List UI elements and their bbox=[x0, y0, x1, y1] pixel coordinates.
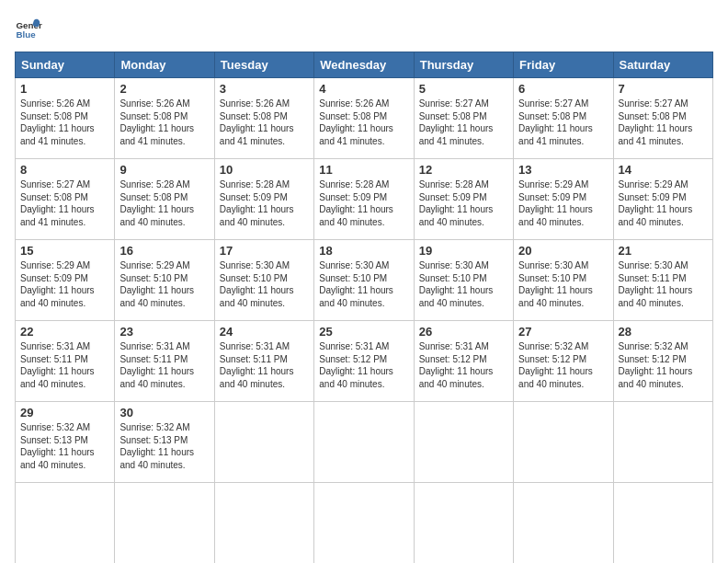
day-number: 27 bbox=[518, 325, 608, 339]
day-number: 2 bbox=[119, 82, 209, 96]
day-number: 25 bbox=[319, 325, 408, 339]
day-info: Sunrise: 5:27 AM Sunset: 5:08 PM Dayligh… bbox=[20, 178, 109, 228]
day-cell-empty bbox=[514, 402, 613, 483]
col-header-thursday: Thursday bbox=[414, 52, 513, 78]
day-cell-15: 15 Sunrise: 5:29 AM Sunset: 5:09 PM Dayl… bbox=[16, 240, 115, 321]
day-number: 14 bbox=[619, 163, 708, 177]
day-info: Sunrise: 5:27 AM Sunset: 5:08 PM Dayligh… bbox=[619, 98, 708, 147]
day-cell-13: 13 Sunrise: 5:29 AM Sunset: 5:09 PM Dayl… bbox=[514, 159, 613, 240]
day-info: Sunrise: 5:32 AM Sunset: 5:12 PM Dayligh… bbox=[619, 340, 708, 390]
week-row-5: 29 Sunrise: 5:32 AM Sunset: 5:13 PM Dayl… bbox=[16, 402, 713, 483]
day-info: Sunrise: 5:26 AM Sunset: 5:08 PM Dayligh… bbox=[20, 98, 109, 147]
svg-text:Blue: Blue bbox=[17, 29, 37, 40]
day-number: 5 bbox=[419, 82, 508, 96]
day-info: Sunrise: 5:27 AM Sunset: 5:08 PM Dayligh… bbox=[518, 98, 608, 147]
day-info: Sunrise: 5:32 AM Sunset: 5:13 PM Dayligh… bbox=[20, 421, 109, 471]
day-info: Sunrise: 5:32 AM Sunset: 5:12 PM Dayligh… bbox=[518, 340, 608, 390]
day-cell-11: 11 Sunrise: 5:28 AM Sunset: 5:09 PM Dayl… bbox=[314, 159, 414, 240]
day-number: 23 bbox=[119, 325, 209, 339]
day-cell-27: 27 Sunrise: 5:32 AM Sunset: 5:12 PM Dayl… bbox=[514, 321, 613, 402]
day-number: 10 bbox=[220, 163, 309, 177]
col-header-monday: Monday bbox=[115, 52, 214, 78]
day-cell-19: 19 Sunrise: 5:30 AM Sunset: 5:10 PM Dayl… bbox=[414, 240, 513, 321]
day-cell-28: 28 Sunrise: 5:32 AM Sunset: 5:12 PM Dayl… bbox=[613, 321, 712, 402]
header-row: SundayMondayTuesdayWednesdayThursdayFrid… bbox=[16, 52, 713, 78]
day-cell-1: 1 Sunrise: 5:26 AM Sunset: 5:08 PM Dayli… bbox=[16, 78, 115, 159]
day-cell-empty bbox=[115, 483, 214, 564]
day-cell-24: 24 Sunrise: 5:31 AM Sunset: 5:11 PM Dayl… bbox=[214, 321, 313, 402]
day-cell-empty bbox=[314, 402, 414, 483]
day-number: 18 bbox=[319, 244, 408, 258]
week-row-6 bbox=[16, 483, 713, 564]
day-cell-22: 22 Sunrise: 5:31 AM Sunset: 5:11 PM Dayl… bbox=[16, 321, 115, 402]
week-row-2: 8 Sunrise: 5:27 AM Sunset: 5:08 PM Dayli… bbox=[16, 159, 713, 240]
day-number: 22 bbox=[20, 325, 109, 339]
day-number: 7 bbox=[619, 82, 708, 96]
day-cell-30: 30 Sunrise: 5:32 AM Sunset: 5:13 PM Dayl… bbox=[115, 402, 214, 483]
logo: General Blue bbox=[15, 15, 42, 42]
day-cell-20: 20 Sunrise: 5:30 AM Sunset: 5:10 PM Dayl… bbox=[514, 240, 613, 321]
week-row-4: 22 Sunrise: 5:31 AM Sunset: 5:11 PM Dayl… bbox=[16, 321, 713, 402]
calendar: SundayMondayTuesdayWednesdayThursdayFrid… bbox=[15, 52, 713, 563]
day-info: Sunrise: 5:29 AM Sunset: 5:09 PM Dayligh… bbox=[619, 178, 708, 228]
day-cell-16: 16 Sunrise: 5:29 AM Sunset: 5:10 PM Dayl… bbox=[115, 240, 214, 321]
day-cell-29: 29 Sunrise: 5:32 AM Sunset: 5:13 PM Dayl… bbox=[16, 402, 115, 483]
day-number: 26 bbox=[419, 325, 508, 339]
day-info: Sunrise: 5:28 AM Sunset: 5:08 PM Dayligh… bbox=[119, 178, 209, 228]
day-info: Sunrise: 5:28 AM Sunset: 5:09 PM Dayligh… bbox=[319, 178, 408, 228]
day-info: Sunrise: 5:26 AM Sunset: 5:08 PM Dayligh… bbox=[319, 98, 408, 147]
day-number: 20 bbox=[518, 244, 608, 258]
day-cell-empty bbox=[314, 483, 414, 564]
day-number: 15 bbox=[20, 244, 109, 258]
day-number: 1 bbox=[20, 82, 109, 96]
day-number: 24 bbox=[220, 325, 309, 339]
day-info: Sunrise: 5:30 AM Sunset: 5:10 PM Dayligh… bbox=[518, 259, 608, 309]
day-number: 16 bbox=[119, 244, 209, 258]
day-cell-empty bbox=[514, 483, 613, 564]
day-info: Sunrise: 5:31 AM Sunset: 5:11 PM Dayligh… bbox=[20, 340, 109, 390]
day-info: Sunrise: 5:29 AM Sunset: 5:09 PM Dayligh… bbox=[20, 259, 109, 309]
day-cell-21: 21 Sunrise: 5:30 AM Sunset: 5:11 PM Dayl… bbox=[613, 240, 712, 321]
day-info: Sunrise: 5:29 AM Sunset: 5:10 PM Dayligh… bbox=[119, 259, 209, 309]
day-cell-3: 3 Sunrise: 5:26 AM Sunset: 5:08 PM Dayli… bbox=[214, 78, 313, 159]
day-cell-empty bbox=[214, 483, 313, 564]
day-cell-empty bbox=[16, 483, 115, 564]
day-number: 9 bbox=[119, 163, 209, 177]
col-header-wednesday: Wednesday bbox=[314, 52, 414, 78]
day-info: Sunrise: 5:30 AM Sunset: 5:10 PM Dayligh… bbox=[419, 259, 508, 309]
col-header-saturday: Saturday bbox=[613, 52, 712, 78]
day-info: Sunrise: 5:31 AM Sunset: 5:11 PM Dayligh… bbox=[119, 340, 209, 390]
day-number: 21 bbox=[619, 244, 708, 258]
day-info: Sunrise: 5:26 AM Sunset: 5:08 PM Dayligh… bbox=[119, 98, 209, 147]
day-info: Sunrise: 5:32 AM Sunset: 5:13 PM Dayligh… bbox=[119, 421, 209, 471]
col-header-friday: Friday bbox=[514, 52, 613, 78]
day-number: 28 bbox=[619, 325, 708, 339]
day-info: Sunrise: 5:28 AM Sunset: 5:09 PM Dayligh… bbox=[220, 178, 309, 228]
day-cell-empty bbox=[613, 402, 712, 483]
day-info: Sunrise: 5:31 AM Sunset: 5:12 PM Dayligh… bbox=[419, 340, 508, 390]
day-number: 4 bbox=[319, 82, 408, 96]
day-cell-9: 9 Sunrise: 5:28 AM Sunset: 5:08 PM Dayli… bbox=[115, 159, 214, 240]
day-cell-14: 14 Sunrise: 5:29 AM Sunset: 5:09 PM Dayl… bbox=[613, 159, 712, 240]
day-cell-empty bbox=[414, 483, 513, 564]
day-cell-empty bbox=[613, 483, 712, 564]
day-number: 11 bbox=[319, 163, 408, 177]
day-number: 6 bbox=[518, 82, 608, 96]
day-cell-26: 26 Sunrise: 5:31 AM Sunset: 5:12 PM Dayl… bbox=[414, 321, 513, 402]
day-number: 3 bbox=[220, 82, 309, 96]
col-header-sunday: Sunday bbox=[16, 52, 115, 78]
day-cell-7: 7 Sunrise: 5:27 AM Sunset: 5:08 PM Dayli… bbox=[613, 78, 712, 159]
day-cell-23: 23 Sunrise: 5:31 AM Sunset: 5:11 PM Dayl… bbox=[115, 321, 214, 402]
day-info: Sunrise: 5:28 AM Sunset: 5:09 PM Dayligh… bbox=[419, 178, 508, 228]
day-info: Sunrise: 5:30 AM Sunset: 5:11 PM Dayligh… bbox=[619, 259, 708, 309]
week-row-3: 15 Sunrise: 5:29 AM Sunset: 5:09 PM Dayl… bbox=[16, 240, 713, 321]
logo-icon: General Blue bbox=[15, 15, 42, 42]
day-cell-18: 18 Sunrise: 5:30 AM Sunset: 5:10 PM Dayl… bbox=[314, 240, 414, 321]
day-info: Sunrise: 5:27 AM Sunset: 5:08 PM Dayligh… bbox=[419, 98, 508, 147]
day-number: 8 bbox=[20, 163, 109, 177]
day-cell-10: 10 Sunrise: 5:28 AM Sunset: 5:09 PM Dayl… bbox=[214, 159, 313, 240]
day-cell-25: 25 Sunrise: 5:31 AM Sunset: 5:12 PM Dayl… bbox=[314, 321, 414, 402]
day-cell-17: 17 Sunrise: 5:30 AM Sunset: 5:10 PM Dayl… bbox=[214, 240, 313, 321]
day-info: Sunrise: 5:31 AM Sunset: 5:12 PM Dayligh… bbox=[319, 340, 408, 390]
day-number: 12 bbox=[419, 163, 508, 177]
